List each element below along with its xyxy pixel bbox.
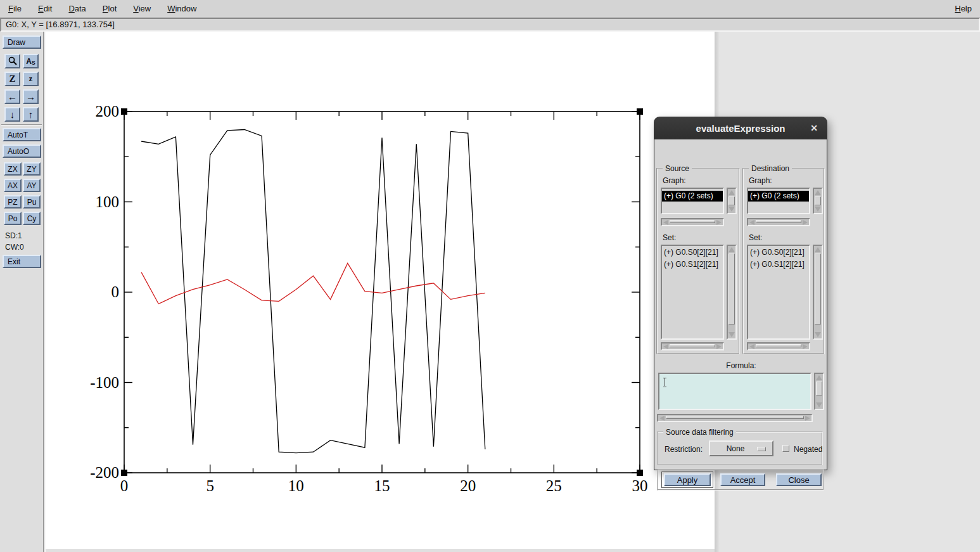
destination-graph-list[interactable]: (+) G0 (2 sets) <box>747 188 810 214</box>
scroll-thumb[interactable] <box>815 254 821 324</box>
formula-hscroll[interactable] <box>657 414 813 422</box>
text-caret-icon <box>663 378 667 386</box>
dialog-title: evaluateExpression <box>696 123 786 134</box>
series-line-1 <box>141 263 485 304</box>
dialog-body: Source Graph:(+) G0 (2 sets)Set:(+) G0.S… <box>654 139 827 470</box>
source-graph-vscroll[interactable] <box>727 188 737 214</box>
x-tick-label: 20 <box>460 477 476 494</box>
scroll-up-arrow-icon[interactable] <box>729 247 735 252</box>
scroll-right-arrow-icon[interactable] <box>803 220 808 225</box>
dialog-action-area: Apply Accept Close <box>657 469 824 491</box>
y-tick-label: -200 <box>90 464 119 481</box>
scroll-down-arrow-icon[interactable] <box>729 332 735 337</box>
destination-graph-hscroll[interactable] <box>747 218 810 226</box>
scroll-left-arrow-icon[interactable] <box>749 344 754 349</box>
source-frame: Source Graph:(+) G0 (2 sets)Set:(+) G0.S… <box>656 168 740 354</box>
plot-frame <box>124 112 640 473</box>
close-icon[interactable]: ✕ <box>808 122 820 134</box>
destination-graph-vscroll[interactable] <box>813 188 823 214</box>
filtering-legend: Source data filtering <box>663 428 736 437</box>
destination-set-label: Set: <box>749 233 762 242</box>
dialog-title-bar[interactable]: evaluateExpression ✕ <box>654 117 827 139</box>
restriction-label: Restriction: <box>665 445 703 454</box>
destination-set-hscroll[interactable] <box>747 342 810 350</box>
graph-selection-handle[interactable] <box>121 470 127 476</box>
formula-vscroll[interactable] <box>814 373 824 410</box>
scroll-up-arrow-icon[interactable] <box>729 190 735 195</box>
graph-list-item[interactable]: (+) G0 (2 sets) <box>662 191 723 202</box>
x-tick-label: 5 <box>206 477 214 494</box>
source-graph-hscroll[interactable] <box>661 218 724 226</box>
accept-button[interactable]: Accept <box>720 473 765 486</box>
scroll-up-arrow-icon[interactable] <box>815 247 821 252</box>
set-list-item[interactable]: (+) G0.S0[2][21] <box>662 247 723 258</box>
negated-checkbox[interactable] <box>782 445 789 452</box>
evaluate-expression-dialog: evaluateExpression ✕ Source Graph:(+) G0… <box>654 117 827 470</box>
series-line-0 <box>141 130 485 453</box>
scroll-down-arrow-icon[interactable] <box>816 402 822 408</box>
graph-list-item[interactable]: (+) G0 (2 sets) <box>748 191 809 202</box>
scroll-left-arrow-icon[interactable] <box>663 220 668 225</box>
destination-graph-label: Graph: <box>749 176 772 185</box>
destination-set-list[interactable]: (+) G0.S0[2][21](+) G0.S1[2][21] <box>747 245 810 340</box>
scroll-left-arrow-icon[interactable] <box>659 416 665 421</box>
option-menu-indicator-icon <box>757 447 766 451</box>
formula-input[interactable] <box>658 373 811 410</box>
x-tick-label: 15 <box>374 477 390 494</box>
set-list-item[interactable]: (+) G0.S1[2][21] <box>662 259 723 270</box>
scroll-thumb[interactable] <box>815 196 821 205</box>
x-tick-label: 25 <box>546 477 562 494</box>
destination-frame: Destination Graph:(+) G0 (2 sets)Set:(+)… <box>742 168 825 354</box>
scroll-thumb[interactable] <box>729 196 735 205</box>
y-tick-label: 0 <box>111 283 120 300</box>
y-tick-label: 100 <box>96 193 120 210</box>
destination-set-vscroll[interactable] <box>813 245 823 340</box>
scroll-down-arrow-icon[interactable] <box>815 332 821 337</box>
scroll-thumb[interactable] <box>666 416 804 419</box>
source-set-vscroll[interactable] <box>727 245 737 340</box>
y-tick-label: 200 <box>96 103 120 120</box>
destination-legend: Destination <box>749 164 792 173</box>
scroll-thumb[interactable] <box>816 382 822 395</box>
source-graph-label: Graph: <box>663 176 686 185</box>
scroll-down-arrow-icon[interactable] <box>729 207 735 212</box>
graph-selection-handle[interactable] <box>637 470 643 476</box>
scroll-right-arrow-icon[interactable] <box>805 416 810 421</box>
source-graph-list[interactable]: (+) G0 (2 sets) <box>661 188 724 214</box>
source-data-filtering-frame: Source data filtering Restriction: None … <box>657 432 823 465</box>
formula-label: Formula: <box>654 361 828 370</box>
scroll-up-arrow-icon[interactable] <box>815 190 821 195</box>
restriction-option-menu[interactable]: None <box>709 440 773 456</box>
scroll-left-arrow-icon[interactable] <box>663 344 668 349</box>
apply-button[interactable]: Apply <box>664 473 711 486</box>
set-list-item[interactable]: (+) G0.S0[2][21] <box>748 247 809 258</box>
source-set-label: Set: <box>663 233 676 242</box>
scroll-down-arrow-icon[interactable] <box>815 207 821 212</box>
source-set-hscroll[interactable] <box>661 342 724 350</box>
scroll-thumb[interactable] <box>756 344 801 347</box>
close-button[interactable]: Close <box>776 473 822 486</box>
x-tick-label: 10 <box>288 477 304 494</box>
scroll-thumb[interactable] <box>756 220 801 223</box>
scroll-left-arrow-icon[interactable] <box>749 220 754 225</box>
x-tick-label: 30 <box>632 477 648 494</box>
source-legend: Source <box>663 164 692 173</box>
scroll-up-arrow-icon[interactable] <box>816 375 822 380</box>
scroll-thumb[interactable] <box>729 254 735 324</box>
scroll-thumb[interactable] <box>670 344 715 347</box>
restriction-value: None <box>727 444 745 453</box>
scroll-thumb[interactable] <box>670 220 715 223</box>
set-list-item[interactable]: (+) G0.S1[2][21] <box>748 259 809 270</box>
graph-selection-handle[interactable] <box>637 108 643 115</box>
x-tick-label: 0 <box>120 477 129 494</box>
negated-label: Negated <box>794 445 822 454</box>
graph-plot[interactable]: 051015202530-200-1000100200 <box>0 0 980 552</box>
scroll-right-arrow-icon[interactable] <box>716 344 722 349</box>
scroll-right-arrow-icon[interactable] <box>716 220 722 225</box>
graph-selection-handle[interactable] <box>121 108 127 115</box>
source-set-list[interactable]: (+) G0.S0[2][21](+) G0.S1[2][21] <box>661 245 724 340</box>
scroll-right-arrow-icon[interactable] <box>803 344 808 349</box>
y-tick-label: -100 <box>90 374 119 391</box>
